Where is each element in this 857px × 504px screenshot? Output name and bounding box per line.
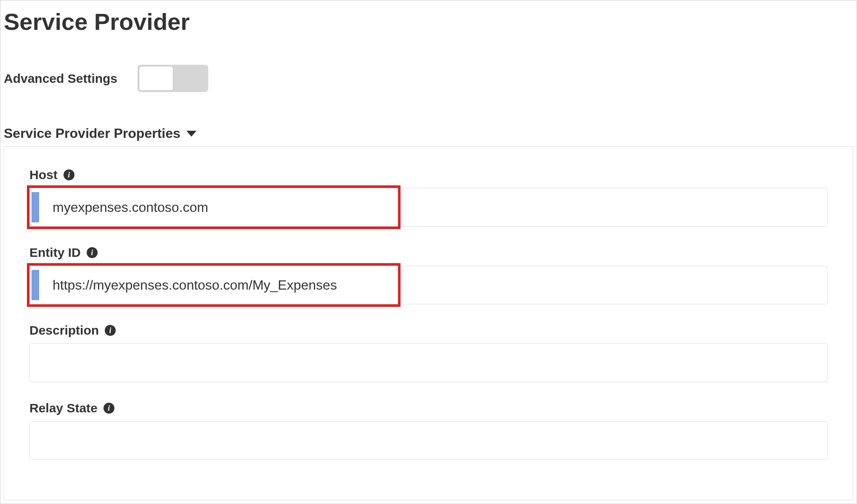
input-wrap — [29, 421, 828, 460]
advanced-settings-label: Advanced Settings — [4, 71, 117, 86]
info-icon[interactable]: i — [64, 169, 74, 180]
field-label-row: Host i — [29, 168, 828, 182]
advanced-settings-toggle[interactable] — [138, 65, 208, 92]
field-description: Description i — [29, 323, 828, 382]
field-label-row: Relay State i — [29, 401, 828, 415]
field-label-row: Description i — [29, 323, 828, 338]
description-label: Description — [29, 323, 99, 338]
required-indicator — [32, 270, 39, 300]
toggle-knob — [139, 66, 173, 91]
section-title: Service Provider Properties — [4, 126, 180, 141]
info-icon[interactable]: i — [103, 403, 114, 414]
relay-state-input[interactable] — [29, 421, 828, 460]
required-indicator — [32, 192, 39, 222]
entity-id-input[interactable] — [29, 266, 828, 304]
input-wrap — [29, 343, 828, 382]
info-icon[interactable]: i — [87, 247, 98, 258]
description-input[interactable] — [29, 343, 828, 382]
field-entity-id: Entity ID i — [29, 245, 828, 304]
input-wrap — [29, 188, 828, 227]
section-body: Host i Entity ID i Description i R — [4, 146, 853, 500]
input-wrap — [29, 266, 828, 304]
field-relay-state: Relay State i — [29, 401, 828, 460]
host-label: Host — [29, 168, 58, 182]
info-icon[interactable]: i — [105, 325, 116, 336]
host-input[interactable] — [29, 188, 828, 227]
page-title: Service Provider — [0, 0, 857, 40]
entity-id-label: Entity ID — [29, 245, 81, 260]
section-header-properties[interactable]: Service Provider Properties — [0, 105, 857, 146]
advanced-settings-row: Advanced Settings — [0, 40, 857, 105]
relay-state-label: Relay State — [29, 401, 98, 415]
field-label-row: Entity ID i — [29, 245, 828, 260]
caret-down-icon — [186, 131, 196, 137]
field-host: Host i — [29, 168, 828, 227]
